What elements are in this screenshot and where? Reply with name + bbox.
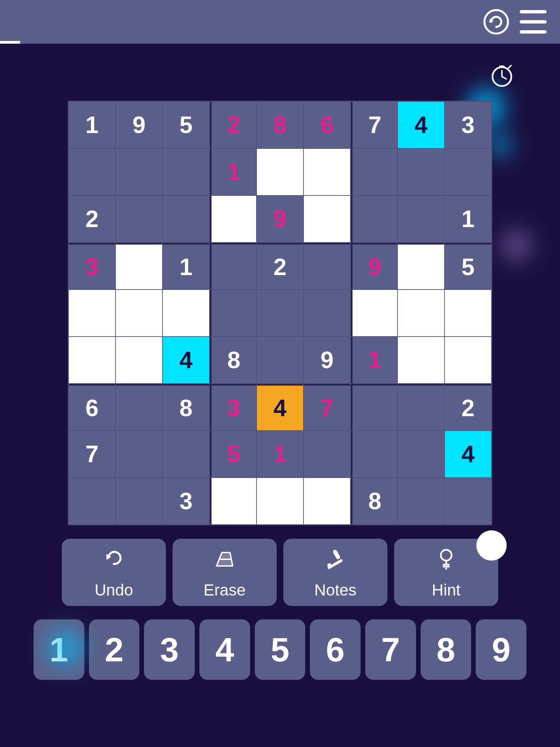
grid-cell[interactable] [304, 196, 350, 242]
numpad-button-6[interactable]: 6 [310, 619, 361, 680]
grid-cell[interactable] [163, 290, 209, 336]
grid-cell[interactable] [210, 478, 256, 524]
grid-cell[interactable] [445, 290, 491, 336]
grid-cell[interactable] [304, 431, 350, 477]
numpad-button-4[interactable]: 4 [199, 619, 250, 680]
grid-cell[interactable]: 9 [304, 337, 350, 383]
grid-cell[interactable]: 8 [257, 102, 303, 148]
numpad-button-3[interactable]: 3 [144, 619, 195, 680]
grid-cell[interactable]: 8 [163, 384, 209, 430]
grid-cell[interactable]: 9 [116, 102, 162, 148]
grid-cell[interactable]: 3 [210, 384, 256, 430]
notes-button[interactable]: Notes [283, 539, 388, 606]
grid-cell[interactable] [69, 149, 115, 195]
grid-cell[interactable] [210, 196, 256, 242]
grid-cell[interactable]: 4 [163, 337, 209, 383]
grid-cell[interactable] [351, 384, 397, 430]
grid-cell[interactable]: 4 [445, 431, 491, 477]
grid-cell[interactable] [445, 478, 491, 524]
grid-cell[interactable] [116, 431, 162, 477]
grid-cell[interactable]: 3 [163, 478, 209, 524]
grid-cell[interactable] [210, 243, 256, 289]
grid-cell[interactable]: 1 [351, 337, 397, 383]
grid-cell[interactable] [398, 243, 444, 289]
numpad-button-5[interactable]: 5 [255, 619, 305, 680]
grid-cell[interactable]: 9 [257, 196, 303, 242]
grid-cell[interactable] [116, 384, 162, 430]
grid-cell[interactable]: 7 [351, 102, 397, 148]
svg-rect-13 [332, 549, 341, 560]
grid-cell[interactable] [398, 337, 444, 383]
numpad-button-1[interactable]: 1 [33, 619, 84, 680]
grid-cell[interactable] [163, 149, 209, 195]
grid-cell[interactable]: 7 [304, 384, 350, 430]
grid-cell[interactable]: 1 [445, 196, 491, 242]
grid-cell[interactable] [351, 431, 397, 477]
grid-cell[interactable] [116, 290, 162, 336]
grid-cell[interactable] [116, 337, 162, 383]
grid-cell[interactable]: 8 [351, 478, 397, 524]
grid-cell[interactable] [163, 196, 209, 242]
grid-cell[interactable]: 3 [445, 102, 491, 148]
grid-cell[interactable]: 9 [351, 243, 397, 289]
grid-cell[interactable] [304, 149, 350, 195]
grid-cell[interactable] [304, 478, 350, 524]
grid-cell[interactable]: 5 [445, 243, 491, 289]
grid-cell[interactable] [257, 337, 303, 383]
numpad-button-9[interactable]: 9 [476, 619, 527, 680]
grid-cell[interactable] [69, 478, 115, 524]
grid-cell[interactable] [351, 149, 397, 195]
grid-cell[interactable] [257, 149, 303, 195]
grid-cell[interactable]: 1 [257, 431, 303, 477]
grid-cell[interactable]: 2 [69, 196, 115, 242]
grid-cell[interactable]: 5 [210, 431, 256, 477]
grid-cell[interactable] [398, 431, 444, 477]
grid-cell[interactable] [116, 149, 162, 195]
numpad-button-2[interactable]: 2 [89, 619, 140, 680]
grid-cell[interactable] [257, 290, 303, 336]
grid-cell[interactable] [351, 196, 397, 242]
grid-cell[interactable]: 2 [257, 243, 303, 289]
grid-cell[interactable]: 1 [210, 149, 256, 195]
grid-cell[interactable] [304, 243, 350, 289]
erase-button[interactable]: Erase [172, 539, 277, 606]
grid-cell[interactable]: 2 [210, 102, 256, 148]
grid-cell[interactable] [398, 384, 444, 430]
grid-cell[interactable] [445, 149, 491, 195]
grid-cell[interactable] [69, 337, 115, 383]
grid-cell[interactable] [351, 290, 397, 336]
grid-cell[interactable] [116, 243, 162, 289]
grid-cell[interactable] [398, 290, 444, 336]
grid-cell[interactable]: 6 [304, 102, 350, 148]
grid-cell[interactable] [257, 478, 303, 524]
grid-cell[interactable] [398, 149, 444, 195]
grid-cell[interactable]: 8 [210, 337, 256, 383]
grid-cell[interactable] [69, 290, 115, 336]
grid-cell[interactable]: 7 [69, 431, 115, 477]
grid-cell[interactable]: 1 [69, 102, 115, 148]
grid-cell[interactable]: 3 [69, 243, 115, 289]
grid-cell[interactable] [163, 431, 209, 477]
grid-cell[interactable]: 4 [398, 102, 444, 148]
grid-cell[interactable] [304, 290, 350, 336]
undo-button[interactable]: Undo [62, 539, 166, 606]
grid-cell[interactable]: 1 [163, 243, 209, 289]
grid-cell[interactable] [398, 196, 444, 242]
menu-button[interactable] [520, 10, 546, 33]
grid-cell[interactable] [116, 478, 162, 524]
grid-cell[interactable] [116, 196, 162, 242]
refresh-button[interactable] [483, 8, 510, 35]
grid-cell[interactable] [210, 290, 256, 336]
grid-cell[interactable]: 2 [445, 384, 491, 430]
grid-cell[interactable] [398, 478, 444, 524]
numpad-button-8[interactable]: 8 [421, 619, 471, 680]
notes-label: Notes [314, 581, 356, 599]
undo-label: Undo [95, 581, 133, 599]
grid-cell[interactable]: 4 [257, 384, 303, 430]
timer-block [490, 64, 520, 87]
numpad-button-7[interactable]: 7 [365, 619, 416, 680]
undo-icon [102, 546, 126, 575]
grid-cell[interactable]: 5 [163, 102, 209, 148]
grid-cell[interactable] [445, 337, 491, 383]
grid-cell[interactable]: 6 [69, 384, 115, 430]
